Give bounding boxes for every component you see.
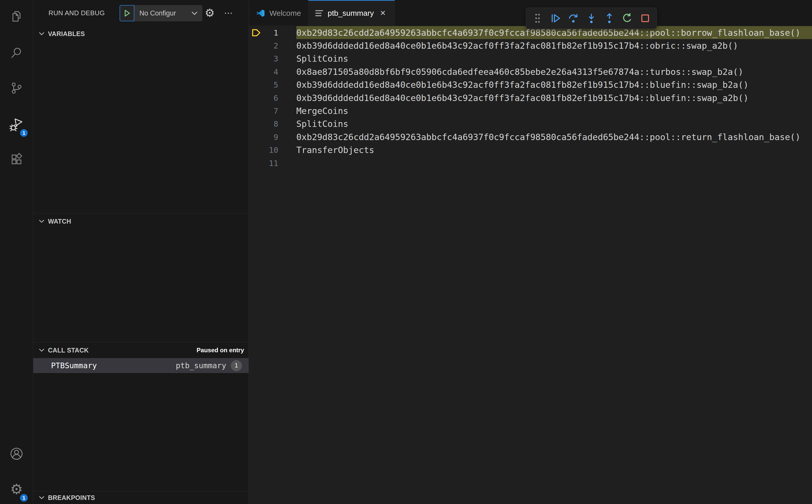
code-text: 0xb39d6dddedd16ed8a40ce0b1e6b43c92acf0ff…: [296, 78, 812, 91]
continue-icon: [550, 13, 561, 24]
glyph-margin: [249, 157, 264, 170]
search-icon: [10, 46, 23, 59]
settings-badge: 1: [19, 493, 28, 502]
code-line-10[interactable]: 10TransferObjects: [249, 144, 812, 157]
code-line-6[interactable]: 60xb39d6dddedd16ed8a40ce0b1e6b43c92acf0f…: [249, 91, 812, 104]
activity-item-explorer[interactable]: [0, 4, 33, 29]
tab-ptb-summary[interactable]: ptb_summary ✕: [308, 0, 394, 26]
vscode-logo-icon: [256, 9, 265, 18]
chevron-down-icon: [39, 496, 44, 499]
line-number: 7: [264, 106, 278, 115]
views-more-actions-button[interactable]: ⋯: [221, 0, 236, 26]
activity-bar: 1 ⚙ 1: [0, 0, 33, 504]
chevron-down-icon: [39, 348, 44, 352]
code-text: 0x8ae871505a80d8bf6bf9c05906cda6edfeea46…: [296, 65, 812, 78]
code-line-3[interactable]: 3SplitCoins: [249, 52, 812, 65]
code-line-4[interactable]: 40x8ae871505a80d8bf6bf9c05906cda6edfeea4…: [249, 65, 812, 78]
step-over-button[interactable]: [566, 10, 581, 26]
line-number: 10: [264, 145, 278, 155]
debug-configuration-dropdown[interactable]: No Configur: [134, 5, 202, 21]
code-line-7[interactable]: 7MergeCoins: [249, 104, 812, 117]
glyph-margin: [249, 52, 264, 65]
section-label: VARIABLES: [48, 30, 85, 38]
code-text: [296, 157, 812, 170]
glyph-margin: [249, 144, 264, 157]
activity-item-run-and-debug[interactable]: 1: [0, 112, 33, 137]
debug-configuration-value: No Configur: [139, 9, 191, 17]
line-number: 11: [264, 159, 278, 168]
stack-frame-meta: ptb_summary 1: [176, 360, 242, 371]
code-text: MergeCoins: [296, 104, 812, 117]
stack-frame-file: ptb_summary: [176, 361, 226, 370]
account-icon: [10, 447, 23, 461]
call-stack-frame-row[interactable]: PTBSummary ptb_summary 1: [33, 358, 248, 373]
activity-item-search[interactable]: [0, 41, 33, 65]
code-line-2[interactable]: 20xb39d6dddedd16ed8a40ce0b1e6b43c92acf0f…: [249, 39, 812, 52]
tab-label: ptb_summary: [327, 9, 374, 18]
activity-item-source-control[interactable]: [0, 76, 33, 100]
stack-frame-name: PTBSummary: [51, 361, 97, 370]
explorer-icon: [10, 10, 23, 23]
step-over-icon: [568, 13, 579, 24]
stop-button[interactable]: [637, 10, 653, 26]
code-lines: 10xb29d83c26cdd2a64959263abbcfc4a6937f0c…: [249, 26, 812, 504]
continue-button[interactable]: [548, 10, 564, 26]
chevron-down-icon: [191, 11, 198, 15]
glyph-margin: [249, 130, 264, 143]
code-line-8[interactable]: 8SplitCoins: [249, 117, 812, 130]
start-debugging-button[interactable]: [120, 5, 134, 21]
glyph-margin: [249, 78, 264, 91]
stack-frame-line-badge: 1: [231, 360, 242, 371]
drag-grip-icon: [534, 13, 541, 24]
list-file-icon: [315, 10, 323, 16]
line-number: 1: [264, 28, 278, 37]
start-debugging-play-icon: [123, 9, 131, 18]
editor-area: Welcome ptb_summary ✕: [249, 0, 812, 504]
sidebar-title: RUN AND DEBUG: [48, 0, 105, 26]
gear-icon: ⚙: [205, 7, 214, 19]
code-line-5[interactable]: 50xb39d6dddedd16ed8a40ce0b1e6b43c92acf0f…: [249, 78, 812, 91]
restart-button[interactable]: [619, 10, 635, 26]
section-header-watch[interactable]: WATCH: [33, 213, 248, 229]
debug-toolbar: [526, 8, 657, 29]
glyph-margin: [249, 65, 264, 78]
code-text: 0xb39d6dddedd16ed8a40ce0b1e6b43c92acf0ff…: [296, 91, 812, 104]
step-out-button[interactable]: [602, 10, 617, 26]
code-text: SplitCoins: [296, 117, 812, 130]
debug-sessions-badge: 1: [19, 128, 28, 138]
code-line-9[interactable]: 90xb29d83c26cdd2a64959263abbcfc4a6937f0c…: [249, 130, 812, 143]
chevron-down-icon: [39, 32, 44, 36]
code-line-11[interactable]: 11: [249, 157, 812, 170]
code-text: 0xb39d6dddedd16ed8a40ce0b1e6b43c92acf0ff…: [296, 39, 812, 52]
section-header-breakpoints[interactable]: BREAKPOINTS: [33, 491, 248, 504]
activity-item-extensions[interactable]: [0, 147, 33, 171]
close-tab-icon[interactable]: ✕: [378, 9, 387, 18]
tab-label: Welcome: [269, 9, 301, 18]
section-header-variables[interactable]: VARIABLES: [33, 26, 248, 42]
chevron-down-icon: [39, 220, 44, 223]
glyph-margin: [249, 91, 264, 104]
line-number: 5: [264, 80, 278, 89]
step-into-button[interactable]: [584, 10, 599, 26]
tab-welcome[interactable]: Welcome: [249, 0, 308, 26]
run-and-debug-sidebar: RUN AND DEBUG No Configur ⚙ ⋯ VARIABLES: [33, 0, 249, 504]
line-number: 8: [264, 119, 278, 128]
glyph-margin: [249, 117, 264, 130]
section-label: WATCH: [48, 218, 71, 225]
stop-icon: [640, 13, 651, 24]
toolbar-drag-grip[interactable]: [530, 10, 546, 26]
extensions-icon: [10, 153, 23, 166]
open-launch-json-button[interactable]: ⚙: [202, 0, 217, 26]
step-into-icon: [586, 13, 597, 24]
restart-icon: [622, 13, 633, 24]
debug-launch-combo: No Configur: [120, 5, 202, 21]
section-label: BREAKPOINTS: [48, 494, 95, 501]
section-header-call-stack[interactable]: CALL STACK Paused on entry: [33, 342, 248, 358]
activity-item-manage[interactable]: ⚙ 1: [0, 477, 33, 501]
glyph-margin: [249, 104, 264, 117]
sidebar-title-row: RUN AND DEBUG No Configur ⚙ ⋯: [33, 0, 248, 26]
source-control-icon: [10, 81, 23, 95]
activity-item-accounts[interactable]: [0, 442, 33, 466]
code-text: TransferObjects: [296, 144, 812, 157]
code-text: 0xb29d83c26cdd2a64959263abbcfc4a6937f0c9…: [296, 130, 812, 143]
